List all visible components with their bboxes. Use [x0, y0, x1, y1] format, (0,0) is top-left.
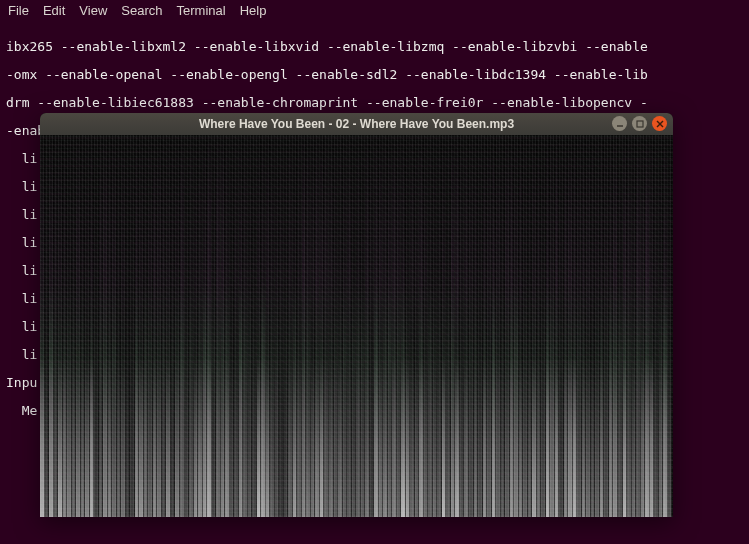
spectrogram-visualizer — [40, 135, 673, 517]
close-icon — [656, 120, 664, 128]
terminal-line: drm --enable-libiec61883 --enable-chroma… — [6, 96, 743, 110]
terminal-line — [6, 516, 743, 530]
window-titlebar[interactable]: Where Have You Been - 02 - Where Have Yo… — [40, 113, 673, 135]
terminal-line: -omx --enable-openal --enable-opengl --e… — [6, 68, 743, 82]
menu-view[interactable]: View — [79, 3, 107, 18]
window-title: Where Have You Been - 02 - Where Have Yo… — [40, 117, 673, 131]
media-player-window[interactable]: Where Have You Been - 02 - Where Have Yo… — [40, 113, 673, 517]
menu-help[interactable]: Help — [240, 3, 267, 18]
svg-rect-1 — [637, 121, 643, 127]
close-button[interactable] — [652, 116, 667, 131]
terminal-line: ibx265 --enable-libxml2 --enable-libxvid… — [6, 40, 743, 54]
maximize-icon — [636, 120, 644, 128]
menubar: File Edit View Search Terminal Help — [0, 0, 749, 23]
window-controls — [612, 116, 667, 131]
menu-file[interactable]: File — [8, 3, 29, 18]
minimize-button[interactable] — [612, 116, 627, 131]
maximize-button[interactable] — [632, 116, 647, 131]
menu-terminal[interactable]: Terminal — [177, 3, 226, 18]
menu-edit[interactable]: Edit — [43, 3, 65, 18]
menu-search[interactable]: Search — [121, 3, 162, 18]
minimize-icon — [616, 120, 624, 128]
